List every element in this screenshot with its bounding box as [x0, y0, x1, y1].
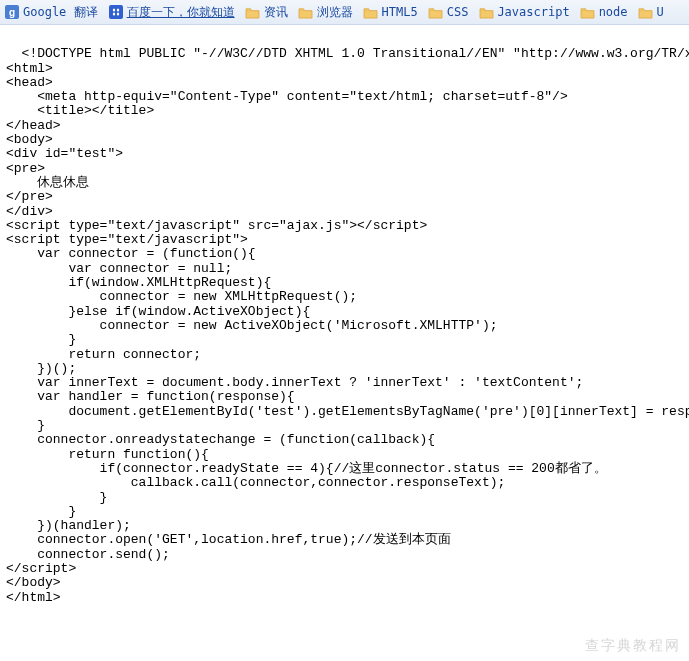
baidu-icon	[108, 4, 124, 20]
svg-rect-2	[109, 5, 123, 19]
bookmark-label: Javascript	[497, 5, 569, 19]
folder-icon	[478, 4, 494, 20]
bookmark-label: U	[657, 5, 664, 19]
google-icon: g	[4, 4, 20, 20]
folder-icon	[298, 4, 314, 20]
folder-icon	[580, 4, 596, 20]
bookmark-label: HTML5	[382, 5, 418, 19]
folder-icon	[428, 4, 444, 20]
bookmark-item[interactable]: gGoogle 翻译	[4, 4, 98, 21]
bookmark-item[interactable]: Javascript	[478, 4, 569, 20]
bookmark-label: 百度一下，你就知道	[127, 4, 235, 21]
bookmark-item[interactable]: node	[580, 4, 628, 20]
bookmark-label: Google 翻译	[23, 4, 98, 21]
svg-point-6	[116, 12, 118, 15]
bookmark-item[interactable]: 资讯	[245, 4, 288, 21]
code-viewer: <!DOCTYPE html PUBLIC "-//W3C//DTD XHTML…	[0, 25, 689, 661]
bookmark-label: 浏览器	[317, 4, 353, 21]
bookmarks-toolbar: gGoogle 翻译百度一下，你就知道资讯浏览器HTML5CSSJavascri…	[0, 0, 689, 25]
bookmark-label: 资讯	[264, 4, 288, 21]
bookmark-item[interactable]: 浏览器	[298, 4, 353, 21]
bookmark-item[interactable]: 百度一下，你就知道	[108, 4, 235, 21]
bookmark-item[interactable]: U	[638, 4, 664, 20]
folder-icon	[245, 4, 261, 20]
svg-point-5	[112, 12, 114, 15]
source-code: <!DOCTYPE html PUBLIC "-//W3C//DTD XHTML…	[6, 46, 689, 604]
bookmark-item[interactable]: HTML5	[363, 4, 418, 20]
bookmark-label: node	[599, 5, 628, 19]
bookmark-item[interactable]: CSS	[428, 4, 469, 20]
watermark-text: 查字典教程网	[585, 638, 681, 653]
folder-icon	[363, 4, 379, 20]
svg-text:g: g	[9, 7, 15, 18]
svg-point-4	[116, 8, 118, 11]
svg-point-3	[112, 8, 114, 11]
folder-icon	[638, 4, 654, 20]
bookmark-label: CSS	[447, 5, 469, 19]
